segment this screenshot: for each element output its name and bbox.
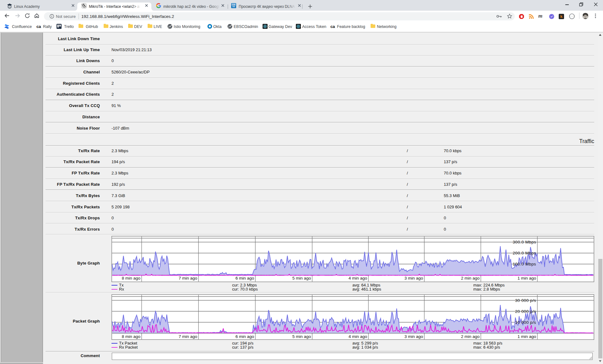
svg-text:7 min ago: 7 min ago xyxy=(179,276,197,281)
svg-text:30 000 p/s: 30 000 p/s xyxy=(515,298,536,303)
svg-text:5 min ago: 5 min ago xyxy=(292,334,311,339)
svg-text:1 min ago: 1 min ago xyxy=(518,334,536,339)
svg-text:200.0 Mbps: 200.0 Mbps xyxy=(513,251,536,255)
svg-text:7 min ago: 7 min ago xyxy=(179,334,197,339)
svg-text:6 min ago: 6 min ago xyxy=(236,334,254,339)
svg-text:20 000 p/s: 20 000 p/s xyxy=(515,309,536,314)
svg-text:6 min ago: 6 min ago xyxy=(236,276,254,281)
svg-text:WEB: WEB xyxy=(232,4,236,6)
svg-text:3 min ago: 3 min ago xyxy=(405,276,423,281)
svg-text:2 min ago: 2 min ago xyxy=(461,334,480,339)
svg-text:{··}: {··} xyxy=(569,15,575,18)
svg-text:5 min ago: 5 min ago xyxy=(292,276,311,281)
svg-text:4 min ago: 4 min ago xyxy=(349,334,367,339)
svg-text:300.0 Mbps: 300.0 Mbps xyxy=(513,240,536,244)
svg-text:100.0 Mbps: 100.0 Mbps xyxy=(513,262,536,266)
svg-text:2 min ago: 2 min ago xyxy=(461,276,480,281)
svg-text:1 min ago: 1 min ago xyxy=(518,276,536,281)
svg-text:10 000 p/s: 10 000 p/s xyxy=(515,320,536,325)
svg-text:4 min ago: 4 min ago xyxy=(349,276,367,281)
svg-text:8 min ago: 8 min ago xyxy=(122,334,140,339)
svg-text:8 min ago: 8 min ago xyxy=(122,276,140,281)
svg-text:OS: OS xyxy=(232,6,235,8)
svg-text:k: k xyxy=(560,14,563,19)
svg-text:3 min ago: 3 min ago xyxy=(405,334,423,339)
